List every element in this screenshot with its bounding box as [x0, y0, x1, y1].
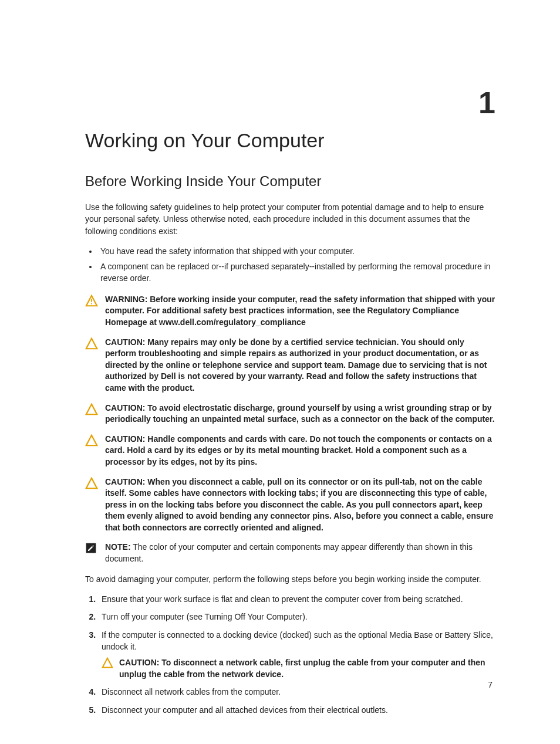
step-item: Turn off your computer (see Turning Off … [98, 611, 495, 623]
caution-triangle-icon [85, 337, 98, 350]
warning-triangle-icon [85, 295, 98, 307]
callout-text: CAUTION: To disconnect a network cable, … [119, 657, 495, 680]
step-item: If the computer is connected to a dockin… [98, 629, 495, 681]
list-item: A component can be replaced or--if purch… [98, 261, 495, 285]
caution-callout: CAUTION: To avoid electrostatic discharg… [85, 403, 495, 425]
note-pencil-icon [85, 542, 98, 555]
svg-rect-1 [91, 299, 92, 302]
caution-triangle-icon [85, 403, 98, 416]
step-item: Ensure that your work surface is flat an… [98, 593, 495, 605]
caution-triangle-icon [85, 477, 98, 490]
callout-text: NOTE: The color of your computer and cer… [105, 542, 495, 564]
note-callout: NOTE: The color of your computer and cer… [85, 542, 495, 564]
page-number: 7 [488, 680, 492, 689]
callout-text: WARNING: Before working inside your comp… [105, 294, 495, 329]
caution-triangle-icon [102, 657, 113, 669]
callout-text: CAUTION: When you disconnect a cable, pu… [105, 476, 495, 534]
caution-callout: CAUTION: When you disconnect a cable, pu… [85, 476, 495, 534]
intro-paragraph: Use the following safety guidelines to h… [85, 201, 495, 237]
svg-marker-8 [103, 658, 113, 668]
svg-marker-3 [86, 338, 97, 348]
callout-text: CAUTION: Handle components and cards wit… [105, 434, 495, 468]
callout-text: CAUTION: Many repairs may only be done b… [105, 337, 495, 394]
svg-marker-6 [86, 478, 97, 488]
step-item: Disconnect your computer and all attache… [98, 704, 495, 716]
steps-list: Ensure that your work surface is flat an… [85, 593, 495, 716]
warning-callout: WARNING: Before working inside your comp… [85, 294, 495, 329]
callout-text: CAUTION: To avoid electrostatic discharg… [105, 403, 495, 425]
transition-paragraph: To avoid damaging your computer, perform… [85, 573, 495, 585]
caution-triangle-icon [85, 434, 98, 447]
svg-rect-2 [91, 303, 92, 304]
caution-callout: CAUTION: Many repairs may only be done b… [85, 337, 495, 394]
nested-caution-callout: CAUTION: To disconnect a network cable, … [102, 657, 495, 680]
conditions-list: You have read the safety information tha… [85, 245, 495, 285]
list-item: You have read the safety information tha… [98, 245, 495, 257]
caution-callout: CAUTION: Handle components and cards wit… [85, 434, 495, 468]
step-item: Disconnect all network cables from the c… [98, 686, 495, 698]
document-page: 1 Working on Your Computer Before Workin… [0, 0, 560, 744]
svg-marker-4 [86, 404, 97, 414]
chapter-number: 1 [478, 85, 495, 120]
section-heading: Before Working Inside Your Computer [85, 173, 495, 190]
svg-marker-5 [86, 435, 97, 445]
page-title: Working on Your Computer [85, 129, 495, 152]
